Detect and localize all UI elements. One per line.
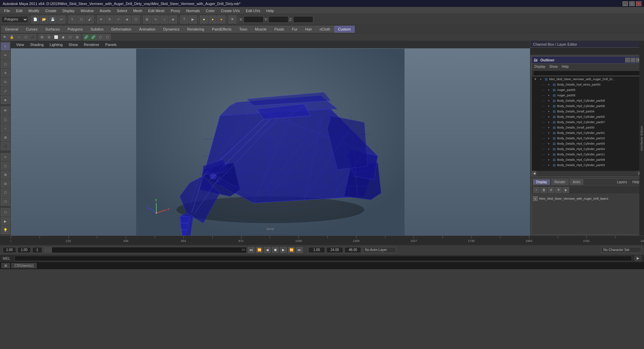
delete-layer-button[interactable]: 🗑: [540, 187, 547, 193]
select-tool[interactable]: ↖: [1, 42, 10, 51]
stop-button[interactable]: ⏹: [272, 247, 279, 253]
minimize-button[interactable]: _: [623, 1, 628, 6]
frame-current-field[interactable]: [17, 247, 31, 253]
cage-tool[interactable]: ⊞: [1, 133, 10, 142]
tab-ncloth[interactable]: nCloth: [316, 26, 334, 33]
tree-item-11[interactable]: — ● ▤ Body_Details_Hyd_Cylinder_part00: [532, 141, 643, 146]
scale-tool[interactable]: ⤢: [1, 87, 10, 95]
tab-curves[interactable]: Curves: [22, 26, 41, 33]
rotate-tool[interactable]: ↻: [1, 78, 10, 86]
light3-button[interactable]: ●: [217, 15, 225, 23]
vp-menu-show[interactable]: Show: [66, 42, 81, 47]
snap-curve-button[interactable]: ∿: [152, 15, 160, 23]
y-coord-input[interactable]: [268, 16, 288, 23]
history-button[interactable]: ?: [180, 15, 188, 23]
tree-item-8[interactable]: — ● ▤ Body_Details_Small_part00: [532, 125, 643, 130]
curve-tool[interactable]: ∿: [1, 153, 10, 161]
show-hide-button[interactable]: 👁: [228, 15, 236, 23]
tab-polygons[interactable]: Polygons: [64, 26, 86, 33]
menu-help[interactable]: Help: [264, 8, 277, 13]
outliner-minimize-button[interactable]: –: [625, 58, 630, 62]
status-end-button[interactable]: ▶: [635, 256, 641, 261]
tree-item-14[interactable]: — ● ▤ Body_Details_Hyd_Cylinder_part08: [532, 157, 643, 162]
icon-snap-a-button[interactable]: 🔗: [83, 34, 90, 41]
tab-hair[interactable]: Hair: [302, 26, 316, 33]
snap-point-button[interactable]: ○: [160, 15, 168, 23]
new-layer-button[interactable]: +: [533, 187, 540, 193]
bounding-box-tool[interactable]: ⬡: [1, 115, 10, 124]
smooth-tool[interactable]: ○: [1, 124, 10, 133]
tree-item-15[interactable]: — ● ▤ Body_Details_Hyd_Cylinder_part03: [532, 162, 643, 168]
tab-deformation[interactable]: Deformation: [108, 26, 135, 33]
tab-general[interactable]: General: [1, 26, 22, 33]
menu-file[interactable]: File: [1, 8, 13, 13]
lasso-select-button[interactable]: ⬡: [77, 15, 85, 23]
play-back-button[interactable]: ◀: [264, 247, 271, 253]
tree-item-9[interactable]: — ● ▤ Body_Details_Hyd_Cylinder_part01: [532, 130, 643, 136]
tab-toon[interactable]: Toon: [235, 26, 251, 33]
icon-lock-button[interactable]: 🔒: [8, 34, 15, 41]
tab-custom[interactable]: Custom: [334, 26, 355, 33]
menu-color[interactable]: Color: [203, 8, 217, 13]
show-tool[interactable]: 👁: [1, 106, 10, 115]
layer-show-button[interactable]: 👁: [555, 187, 562, 193]
icon-snap1-button[interactable]: ⊞: [39, 34, 45, 41]
timeline-ruler[interactable]: 1218436654872109013091527174519632181240…: [11, 236, 644, 245]
subdiv-tool[interactable]: ⬡: [1, 189, 10, 197]
rotate-tool-button[interactable]: ↻: [106, 15, 114, 23]
app-button[interactable]: CS\Users\(c): [11, 263, 37, 268]
layer-options-button[interactable]: ⚙: [548, 187, 554, 193]
layer-row-0[interactable]: V /Mini_Skid_Steer_Vermeer_with_Auger_Dr…: [533, 195, 641, 202]
tab-subdivs[interactable]: Subdivs: [87, 26, 107, 33]
menu-create-uvs[interactable]: Create UVs: [218, 8, 243, 13]
universal-manip-tool[interactable]: ◈: [1, 96, 10, 104]
outliner-scrollbar[interactable]: [537, 172, 637, 174]
vp-menu-view[interactable]: View: [13, 42, 27, 47]
menu-edit-mesh[interactable]: Edit Mesh: [146, 8, 167, 13]
cloth-tool[interactable]: ⬡: [1, 208, 10, 216]
tree-item-6[interactable]: — ● ▤ Body_Details_Hyd_Cylinder_part05: [532, 114, 643, 119]
menu-edit[interactable]: Edit: [13, 8, 25, 13]
soft-mod-button[interactable]: ⬡: [132, 15, 140, 23]
tree-item-0[interactable]: — ● ▤ Body_Details_hyd_wires_part00: [532, 82, 643, 87]
range-end-field-2[interactable]: [344, 247, 361, 253]
menu-normals[interactable]: Normals: [183, 8, 203, 13]
tree-item-7[interactable]: — ● ▤ Body_Details_Hyd_Cylinder_part07: [532, 119, 643, 125]
menu-select[interactable]: Select: [114, 8, 130, 13]
snap-grid-button[interactable]: ⊞: [143, 15, 151, 23]
lasso-tool[interactable]: ⬡: [1, 60, 10, 68]
light-tool[interactable]: 💡: [1, 226, 10, 234]
tree-item-12[interactable]: — ● ▤ Body_Details_Hyd_Cylinder_part04: [532, 146, 643, 152]
icon-render-button[interactable]: ⬛: [30, 34, 36, 41]
play-forward-button[interactable]: ▶: [280, 247, 287, 253]
z-coord-input[interactable]: [293, 16, 313, 23]
tree-item-5[interactable]: — ● ▤ Body_Details_Small_part04: [532, 109, 643, 114]
menu-create[interactable]: Create: [43, 8, 59, 13]
range-end-field-1[interactable]: [326, 247, 343, 253]
outliner-maximize-button[interactable]: □: [631, 58, 635, 62]
icon-snap-d-button[interactable]: ⬡: [104, 34, 111, 41]
icon-grid-button[interactable]: ⊞: [74, 34, 80, 41]
layer-anim-tab[interactable]: Anim: [570, 179, 584, 185]
menu-proxy[interactable]: Proxy: [168, 8, 183, 13]
icon-snap-c-button[interactable]: ⬡: [97, 34, 104, 41]
render-button[interactable]: ▶: [189, 15, 197, 23]
outliner-win-controls[interactable]: – □ ×: [625, 58, 641, 62]
icon-smooth-button[interactable]: ○: [15, 34, 22, 41]
menu-assets[interactable]: Assets: [97, 8, 113, 13]
go-start-button[interactable]: ⏮: [248, 247, 255, 253]
go-end-button[interactable]: ⏭: [296, 247, 303, 253]
outliner-scroll-left[interactable]: ◀: [532, 171, 536, 175]
mesh-tool[interactable]: ⊞: [1, 171, 10, 179]
vp-menu-lighting[interactable]: Lighting: [47, 42, 65, 47]
move-tool[interactable]: ✛: [1, 69, 10, 78]
tree-item-13[interactable]: — ● ▤ Body_Details_Hyd_Cylinder_part11: [532, 152, 643, 157]
icon-snap4-button[interactable]: ◉: [60, 34, 66, 41]
tree-collapse-icon[interactable]: ▼: [533, 77, 538, 82]
layer-render-tab[interactable]: Render: [551, 179, 569, 185]
open-file-button[interactable]: 📂: [40, 15, 48, 23]
paint-tool[interactable]: ✏: [1, 51, 10, 60]
tree-item-4[interactable]: — ● ▤ Body_Details_Hyd_Cylinder_part06: [532, 103, 643, 109]
move-tool-button[interactable]: ✛: [97, 15, 105, 23]
new-file-button[interactable]: 📄: [31, 15, 39, 23]
